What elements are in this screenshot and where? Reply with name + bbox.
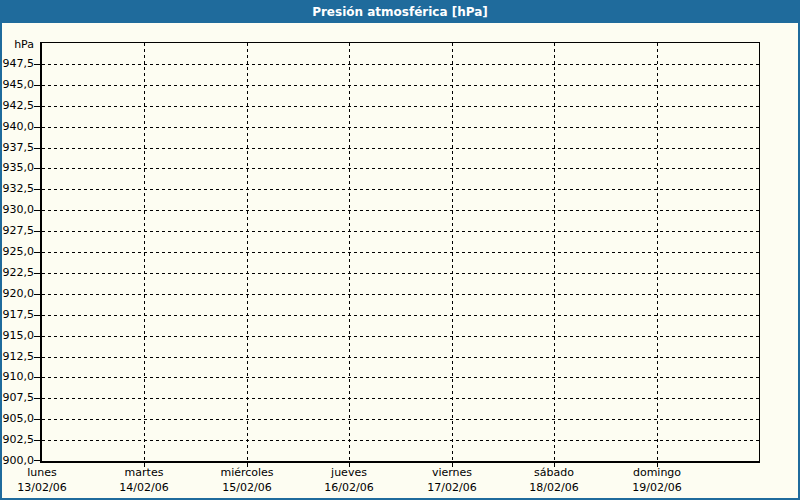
y-tick-label: 915,0 (2, 329, 34, 342)
y-gridline (42, 252, 759, 253)
x-day-label: viernes (432, 466, 472, 479)
y-gridline (42, 85, 759, 86)
y-gridline (42, 231, 759, 232)
y-tick-label: 925,0 (2, 245, 34, 258)
chart-title: Presión atmosférica [hPa] (312, 5, 488, 19)
x-date-label: 14/02/06 (119, 481, 168, 494)
y-gridline (42, 315, 759, 316)
y-tick (34, 460, 40, 461)
y-tick (34, 273, 40, 274)
x-date-label: 17/02/06 (427, 481, 476, 494)
y-tick (34, 357, 40, 358)
x-date-label: 13/02/06 (17, 481, 66, 494)
y-tick (34, 85, 40, 86)
y-tick-label: 932,5 (2, 182, 34, 195)
y-tick-label: 940,0 (2, 120, 34, 133)
y-tick (34, 336, 40, 337)
x-gridline (349, 43, 350, 461)
y-tick-label: 937,5 (2, 141, 34, 154)
y-tick (34, 315, 40, 316)
y-tick (34, 106, 40, 107)
x-gridline (247, 43, 248, 461)
chart-title-bar: Presión atmosférica [hPa] (2, 2, 798, 23)
y-tick-label: 912,5 (2, 350, 34, 363)
x-day-label: sábado (534, 466, 574, 479)
y-tick-label: 947,5 (2, 57, 34, 70)
y-gridline (42, 336, 759, 337)
y-tick (34, 419, 40, 420)
x-day-label: domingo (633, 466, 681, 479)
x-date-label: 18/02/06 (529, 481, 578, 494)
y-tick (34, 189, 40, 190)
y-gridline (42, 294, 759, 295)
x-gridline (452, 43, 453, 461)
x-day-label: lunes (27, 466, 57, 479)
y-gridline (42, 148, 759, 149)
y-tick-label: 945,0 (2, 78, 34, 91)
x-day-label: martes (125, 466, 164, 479)
y-tick (34, 377, 40, 378)
y-gridline (42, 273, 759, 274)
x-gridline (657, 43, 658, 461)
y-tick (34, 294, 40, 295)
y-axis-unit-label: hPa (2, 38, 34, 51)
y-gridline (42, 419, 759, 420)
y-tick (34, 231, 40, 232)
chart-window: Presión atmosférica [hPa] 947,5945,0942,… (0, 0, 800, 500)
y-gridline (42, 189, 759, 190)
x-date-label: 15/02/06 (222, 481, 271, 494)
plot-area (40, 42, 760, 463)
x-day-label: miércoles (220, 466, 273, 479)
y-gridline (42, 210, 759, 211)
y-tick (34, 64, 40, 65)
y-tick-label: 920,0 (2, 287, 34, 300)
y-tick-label: 905,0 (2, 412, 34, 425)
x-gridline (144, 43, 145, 461)
y-tick-label: 930,0 (2, 203, 34, 216)
y-gridline (42, 357, 759, 358)
y-tick (34, 148, 40, 149)
y-tick-label: 907,5 (2, 391, 34, 404)
y-tick-label: 935,0 (2, 161, 34, 174)
y-gridline (42, 377, 759, 378)
x-date-label: 19/02/06 (632, 481, 681, 494)
y-tick-label: 942,5 (2, 99, 34, 112)
y-tick-label: 902,5 (2, 433, 34, 446)
y-gridline (42, 64, 759, 65)
y-tick-label: 927,5 (2, 224, 34, 237)
y-tick (34, 440, 40, 441)
y-tick-label: 922,5 (2, 266, 34, 279)
y-tick (34, 127, 40, 128)
y-tick (34, 252, 40, 253)
y-tick (34, 210, 40, 211)
x-date-label: 16/02/06 (324, 481, 373, 494)
y-tick-label: 910,0 (2, 370, 34, 383)
y-tick-label: 917,5 (2, 308, 34, 321)
y-gridline (42, 127, 759, 128)
x-gridline (554, 43, 555, 461)
y-gridline (42, 168, 759, 169)
y-gridline (42, 440, 759, 441)
y-tick (34, 168, 40, 169)
y-gridline (42, 106, 759, 107)
y-gridline (42, 398, 759, 399)
y-tick (34, 398, 40, 399)
x-day-label: jueves (331, 466, 367, 479)
